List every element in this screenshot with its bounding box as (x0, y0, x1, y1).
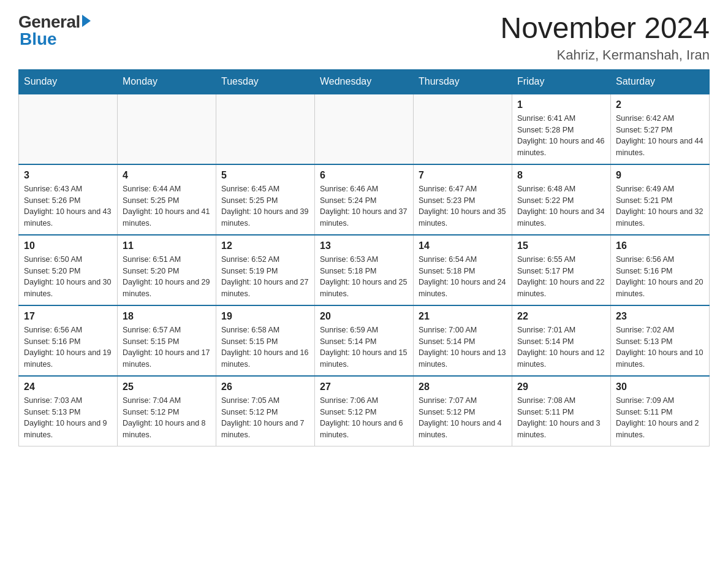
logo-arrow-icon (82, 15, 91, 27)
day-number: 5 (221, 170, 309, 181)
day-number: 7 (419, 170, 507, 181)
calendar-cell: 8Sunrise: 6:48 AMSunset: 5:22 PMDaylight… (512, 164, 611, 235)
page-header: General Blue November 2024 Kahriz, Kerma… (18, 12, 710, 63)
day-info: Sunrise: 6:45 AMSunset: 5:25 PMDaylight:… (221, 183, 309, 229)
day-info: Sunrise: 6:57 AMSunset: 5:15 PMDaylight:… (123, 324, 211, 370)
calendar-cell: 23Sunrise: 7:02 AMSunset: 5:13 PMDayligh… (611, 305, 710, 376)
day-number: 11 (123, 240, 211, 251)
calendar-cell: 11Sunrise: 6:51 AMSunset: 5:20 PMDayligh… (118, 235, 216, 305)
day-info: Sunrise: 6:46 AMSunset: 5:24 PMDaylight:… (320, 183, 408, 229)
day-number: 1 (517, 99, 605, 110)
calendar-cell: 5Sunrise: 6:45 AMSunset: 5:25 PMDaylight… (216, 164, 315, 235)
day-number: 20 (320, 311, 408, 322)
day-info: Sunrise: 6:43 AMSunset: 5:26 PMDaylight:… (24, 183, 112, 229)
calendar-cell: 3Sunrise: 6:43 AMSunset: 5:26 PMDaylight… (19, 164, 118, 235)
calendar-cell: 15Sunrise: 6:55 AMSunset: 5:17 PMDayligh… (512, 235, 611, 305)
day-number: 12 (221, 240, 309, 251)
calendar-cell (414, 94, 512, 164)
calendar-cell: 2Sunrise: 6:42 AMSunset: 5:27 PMDaylight… (611, 94, 710, 164)
day-info: Sunrise: 6:48 AMSunset: 5:22 PMDaylight:… (517, 183, 605, 229)
day-number: 28 (419, 381, 507, 393)
weekday-header-wednesday: Wednesday (315, 69, 414, 94)
day-info: Sunrise: 6:56 AMSunset: 5:16 PMDaylight:… (24, 324, 112, 370)
day-info: Sunrise: 6:54 AMSunset: 5:18 PMDaylight:… (419, 254, 507, 300)
week-row-2: 3Sunrise: 6:43 AMSunset: 5:26 PMDaylight… (19, 164, 710, 235)
day-number: 18 (123, 311, 211, 322)
calendar-cell: 26Sunrise: 7:05 AMSunset: 5:12 PMDayligh… (216, 376, 315, 446)
month-title: November 2024 (500, 12, 710, 45)
day-info: Sunrise: 6:56 AMSunset: 5:16 PMDaylight:… (616, 254, 704, 300)
day-number: 16 (616, 240, 704, 251)
day-info: Sunrise: 6:52 AMSunset: 5:19 PMDaylight:… (221, 254, 309, 300)
calendar-cell: 7Sunrise: 6:47 AMSunset: 5:23 PMDaylight… (414, 164, 512, 235)
logo-blue-text: Blue (20, 29, 57, 49)
day-number: 23 (616, 311, 704, 322)
day-info: Sunrise: 7:08 AMSunset: 5:11 PMDaylight:… (517, 395, 605, 441)
logo: General Blue (18, 12, 91, 49)
calendar-cell: 13Sunrise: 6:53 AMSunset: 5:18 PMDayligh… (315, 235, 414, 305)
day-info: Sunrise: 7:04 AMSunset: 5:12 PMDaylight:… (123, 395, 211, 441)
day-info: Sunrise: 7:02 AMSunset: 5:13 PMDaylight:… (616, 324, 704, 370)
day-info: Sunrise: 6:44 AMSunset: 5:25 PMDaylight:… (123, 183, 211, 229)
calendar-cell: 27Sunrise: 7:06 AMSunset: 5:12 PMDayligh… (315, 376, 414, 446)
day-number: 21 (419, 311, 507, 322)
day-info: Sunrise: 6:59 AMSunset: 5:14 PMDaylight:… (320, 324, 408, 370)
day-number: 19 (221, 311, 309, 322)
week-row-4: 17Sunrise: 6:56 AMSunset: 5:16 PMDayligh… (19, 305, 710, 376)
day-info: Sunrise: 7:06 AMSunset: 5:12 PMDaylight:… (320, 395, 408, 441)
calendar-cell: 1Sunrise: 6:41 AMSunset: 5:28 PMDaylight… (512, 94, 611, 164)
day-info: Sunrise: 7:09 AMSunset: 5:11 PMDaylight:… (616, 395, 704, 441)
calendar-cell: 28Sunrise: 7:07 AMSunset: 5:12 PMDayligh… (414, 376, 512, 446)
day-number: 2 (616, 99, 704, 110)
weekday-header-monday: Monday (118, 69, 216, 94)
day-number: 4 (123, 170, 211, 181)
calendar-cell: 17Sunrise: 6:56 AMSunset: 5:16 PMDayligh… (19, 305, 118, 376)
location-label: Kahriz, Kermanshah, Iran (500, 47, 710, 63)
day-info: Sunrise: 6:53 AMSunset: 5:18 PMDaylight:… (320, 254, 408, 300)
calendar-cell: 24Sunrise: 7:03 AMSunset: 5:13 PMDayligh… (19, 376, 118, 446)
day-info: Sunrise: 7:01 AMSunset: 5:14 PMDaylight:… (517, 324, 605, 370)
day-number: 22 (517, 311, 605, 322)
day-number: 14 (419, 240, 507, 251)
day-number: 29 (517, 381, 605, 393)
calendar-cell: 10Sunrise: 6:50 AMSunset: 5:20 PMDayligh… (19, 235, 118, 305)
day-number: 9 (616, 170, 704, 181)
day-info: Sunrise: 7:03 AMSunset: 5:13 PMDaylight:… (24, 395, 112, 441)
day-info: Sunrise: 6:58 AMSunset: 5:15 PMDaylight:… (221, 324, 309, 370)
calendar-cell (216, 94, 315, 164)
day-number: 8 (517, 170, 605, 181)
day-info: Sunrise: 6:50 AMSunset: 5:20 PMDaylight:… (24, 254, 112, 300)
calendar-cell: 20Sunrise: 6:59 AMSunset: 5:14 PMDayligh… (315, 305, 414, 376)
weekday-header-sunday: Sunday (19, 69, 118, 94)
calendar-cell (19, 94, 118, 164)
calendar-table: SundayMondayTuesdayWednesdayThursdayFrid… (18, 69, 710, 446)
day-number: 27 (320, 381, 408, 393)
calendar-cell: 12Sunrise: 6:52 AMSunset: 5:19 PMDayligh… (216, 235, 315, 305)
day-info: Sunrise: 7:05 AMSunset: 5:12 PMDaylight:… (221, 395, 309, 441)
day-number: 15 (517, 240, 605, 251)
calendar-cell: 4Sunrise: 6:44 AMSunset: 5:25 PMDaylight… (118, 164, 216, 235)
calendar-cell (315, 94, 414, 164)
day-info: Sunrise: 6:47 AMSunset: 5:23 PMDaylight:… (419, 183, 507, 229)
day-number: 10 (24, 240, 112, 251)
day-info: Sunrise: 7:07 AMSunset: 5:12 PMDaylight:… (419, 395, 507, 441)
day-info: Sunrise: 6:51 AMSunset: 5:20 PMDaylight:… (123, 254, 211, 300)
day-info: Sunrise: 7:00 AMSunset: 5:14 PMDaylight:… (419, 324, 507, 370)
day-number: 24 (24, 381, 112, 393)
weekday-header-thursday: Thursday (414, 69, 512, 94)
calendar-cell: 6Sunrise: 6:46 AMSunset: 5:24 PMDaylight… (315, 164, 414, 235)
calendar-cell: 30Sunrise: 7:09 AMSunset: 5:11 PMDayligh… (611, 376, 710, 446)
day-info: Sunrise: 6:41 AMSunset: 5:28 PMDaylight:… (517, 113, 605, 159)
week-row-3: 10Sunrise: 6:50 AMSunset: 5:20 PMDayligh… (19, 235, 710, 305)
calendar-cell: 16Sunrise: 6:56 AMSunset: 5:16 PMDayligh… (611, 235, 710, 305)
calendar-cell: 9Sunrise: 6:49 AMSunset: 5:21 PMDaylight… (611, 164, 710, 235)
calendar-cell: 22Sunrise: 7:01 AMSunset: 5:14 PMDayligh… (512, 305, 611, 376)
weekday-header-tuesday: Tuesday (216, 69, 315, 94)
calendar-cell: 25Sunrise: 7:04 AMSunset: 5:12 PMDayligh… (118, 376, 216, 446)
weekday-header-friday: Friday (512, 69, 611, 94)
day-info: Sunrise: 6:42 AMSunset: 5:27 PMDaylight:… (616, 113, 704, 159)
day-number: 25 (123, 381, 211, 393)
week-row-1: 1Sunrise: 6:41 AMSunset: 5:28 PMDaylight… (19, 94, 710, 164)
calendar-cell: 14Sunrise: 6:54 AMSunset: 5:18 PMDayligh… (414, 235, 512, 305)
day-info: Sunrise: 6:49 AMSunset: 5:21 PMDaylight:… (616, 183, 704, 229)
